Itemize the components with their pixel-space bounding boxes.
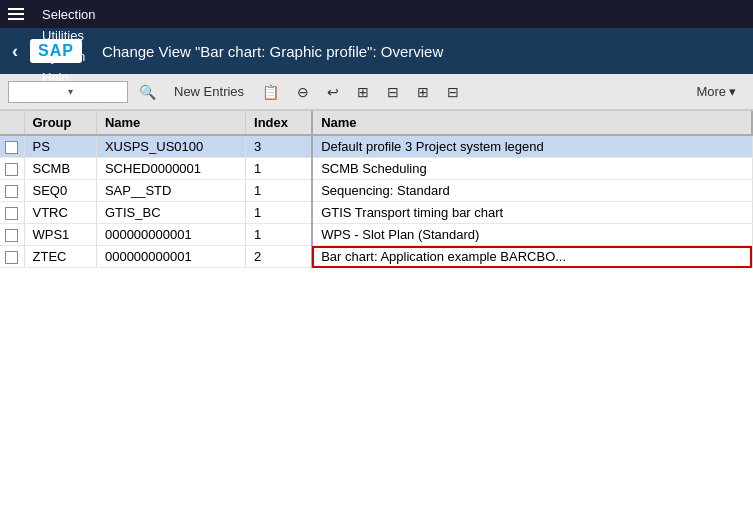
col-header-index: Index — [246, 111, 313, 135]
row-index: 1 — [246, 180, 313, 202]
table-row[interactable]: ZTEC0000000000012Bar chart: Application … — [0, 246, 752, 268]
row-name: SCHED0000001 — [96, 158, 245, 180]
row-checkbox-cell — [0, 158, 24, 180]
col-header-checkbox — [0, 111, 24, 135]
table-row[interactable]: PSXUSPS_US01003Default profile 3 Project… — [0, 135, 752, 158]
row-checkbox[interactable] — [5, 207, 18, 220]
row-index: 1 — [246, 224, 313, 246]
more-chevron-icon: ▾ — [729, 84, 736, 99]
split-icon: ⊟ — [387, 84, 399, 100]
grid-button[interactable]: ⊞ — [410, 79, 436, 105]
row-checkbox[interactable] — [5, 163, 18, 176]
row-index: 1 — [246, 158, 313, 180]
row-group: ZTEC — [24, 246, 96, 268]
toolbar: ▾ 🔍 New Entries 📋 ⊖ ↩ ⊞ ⊟ ⊞ ⊟ More ▾ — [0, 74, 753, 110]
page-title: Change View "Bar chart: Graphic profile"… — [102, 43, 443, 60]
menu-bar: Table ViewEditGotoSelectionUtilitiesSyst… — [0, 0, 753, 28]
undo-button[interactable]: ↩ — [320, 79, 346, 105]
row-name2: GTIS Transport timing bar chart — [312, 202, 752, 224]
row-name: XUSPS_US0100 — [96, 135, 245, 158]
row-name: 000000000001 — [96, 246, 245, 268]
row-group: VTRC — [24, 202, 96, 224]
row-name: 000000000001 — [96, 224, 245, 246]
row-group: PS — [24, 135, 96, 158]
row-group: WPS1 — [24, 224, 96, 246]
col-header-name2: Name — [312, 111, 752, 135]
hamburger-icon[interactable] — [8, 8, 24, 20]
dropdown-arrow-icon: ▾ — [68, 86, 123, 97]
row-checkbox-cell — [0, 135, 24, 158]
move-icon: ⊞ — [357, 84, 369, 100]
table-row[interactable]: SEQ0SAP__STD1Sequencing: Standard — [0, 180, 752, 202]
table-header-row: Group Name Index Name — [0, 111, 752, 135]
row-group: SCMB — [24, 158, 96, 180]
col-header-name: Name — [96, 111, 245, 135]
row-checkbox-cell — [0, 180, 24, 202]
row-name: GTIS_BC — [96, 202, 245, 224]
sap-logo: SAP — [30, 39, 82, 63]
row-name2: Default profile 3 Project system legend — [312, 135, 752, 158]
back-button[interactable]: ‹ — [12, 41, 18, 62]
col-header-group: Group — [24, 111, 96, 135]
table-section: Group Name Index Name PSXUSPS_US01003Def… — [0, 110, 753, 518]
main-content: Group Name Index Name PSXUSPS_US01003Def… — [0, 110, 753, 518]
row-name: SAP__STD — [96, 180, 245, 202]
row-checkbox[interactable] — [5, 185, 18, 198]
search-icon: 🔍 — [139, 84, 156, 100]
copy-button[interactable]: 📋 — [255, 79, 286, 105]
table-row[interactable]: VTRCGTIS_BC1GTIS Transport timing bar ch… — [0, 202, 752, 224]
row-checkbox[interactable] — [5, 141, 18, 154]
dropdown-select[interactable]: ▾ — [8, 81, 128, 103]
row-checkbox-cell — [0, 202, 24, 224]
row-index: 2 — [246, 246, 313, 268]
search-button[interactable]: 🔍 — [132, 79, 163, 105]
export-icon: ⊟ — [447, 84, 459, 100]
table-row[interactable]: SCMBSCHED00000011SCMB Scheduling — [0, 158, 752, 180]
row-checkbox-cell — [0, 246, 24, 268]
row-name2: SCMB Scheduling — [312, 158, 752, 180]
row-group: SEQ0 — [24, 180, 96, 202]
copy-icon: 📋 — [262, 84, 279, 100]
row-name2: Bar chart: Application example BARCBO... — [312, 246, 752, 268]
more-button[interactable]: More ▾ — [687, 81, 745, 102]
new-entries-button[interactable]: New Entries — [167, 79, 251, 105]
row-checkbox[interactable] — [5, 251, 18, 264]
grid-icon: ⊞ — [417, 84, 429, 100]
undo-icon: ↩ — [327, 84, 339, 100]
row-name2: Sequencing: Standard — [312, 180, 752, 202]
export-button[interactable]: ⊟ — [440, 79, 466, 105]
split-button[interactable]: ⊟ — [380, 79, 406, 105]
header-bar: ‹ SAP Change View "Bar chart: Graphic pr… — [0, 28, 753, 74]
menu-item-selection[interactable]: Selection — [34, 4, 113, 25]
row-checkbox-cell — [0, 224, 24, 246]
move-button[interactable]: ⊞ — [350, 79, 376, 105]
data-table: Group Name Index Name PSXUSPS_US01003Def… — [0, 111, 753, 268]
row-name2: WPS - Slot Plan (Standard) — [312, 224, 752, 246]
delete-button[interactable]: ⊖ — [290, 79, 316, 105]
table-row[interactable]: WPS10000000000011WPS - Slot Plan (Standa… — [0, 224, 752, 246]
row-index: 1 — [246, 202, 313, 224]
row-index: 3 — [246, 135, 313, 158]
row-checkbox[interactable] — [5, 229, 18, 242]
delete-icon: ⊖ — [297, 84, 309, 100]
